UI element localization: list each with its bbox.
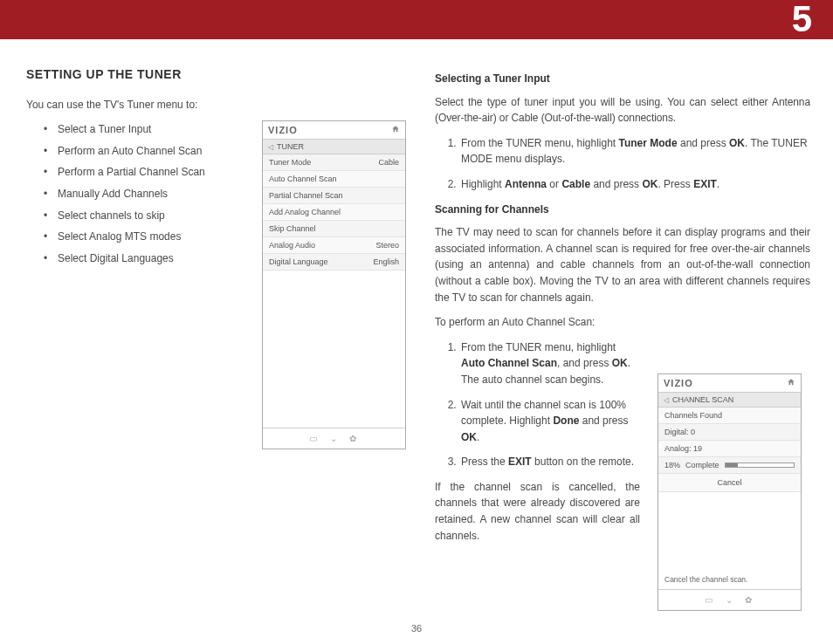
- row-channels-found: Channels Found: [658, 408, 801, 424]
- osd-blank-area: [263, 271, 405, 428]
- menu-row-tuner-mode[interactable]: Tuner ModeCable: [263, 154, 405, 171]
- osd-footer-icons: ▭ ⌄ ✿: [263, 428, 405, 449]
- step-item: Wait until the channel scan is 100% comp…: [459, 397, 640, 446]
- paragraph: To perform an Auto Channel Scan:: [435, 314, 810, 331]
- steps-column: From the TUNER menu, highlight Auto Chan…: [435, 339, 640, 553]
- section-title: SETTING UP THE TUNER: [26, 65, 402, 85]
- steps-list: From the TUNER menu, highlight Tuner Mod…: [435, 135, 810, 193]
- osd-breadcrumb[interactable]: ◁ TUNER: [263, 140, 405, 154]
- row-progress: 18% Complete: [658, 457, 801, 474]
- vizio-logo: VIZIO: [268, 125, 298, 135]
- osd-channel-scan: VIZIO ◁ CHANNEL SCAN Channels Found Digi…: [657, 373, 802, 611]
- chapter-number: 5: [792, 0, 812, 40]
- menu-row-skip-channel[interactable]: Skip Channel: [263, 221, 405, 237]
- paragraph: Select the type of tuner input you will …: [435, 94, 810, 127]
- progress-label: Complete: [685, 461, 719, 469]
- back-arrow-icon: ◁: [268, 143, 273, 151]
- settings-icon[interactable]: ✿: [745, 595, 754, 605]
- cancel-button[interactable]: Cancel: [658, 474, 801, 492]
- step-item: Highlight Antenna or Cable and press OK.…: [459, 176, 810, 193]
- down-icon[interactable]: ⌄: [330, 434, 340, 443]
- chapter-header: 5: [0, 0, 833, 39]
- menu-row-auto-scan[interactable]: Auto Channel Scan: [263, 171, 405, 188]
- wide-icon[interactable]: ▭: [309, 434, 320, 443]
- progress-percent: 18%: [664, 461, 680, 469]
- breadcrumb-label: TUNER: [277, 142, 304, 151]
- menu-row-analog-audio[interactable]: Analog AudioStereo: [263, 237, 405, 254]
- step-item: From the TUNER menu, highlight Auto Chan…: [459, 339, 640, 388]
- step-item: Press the EXIT button on the remote.: [459, 454, 640, 470]
- osd-tuner-menu: VIZIO ◁ TUNER Tuner ModeCable Auto Chann…: [262, 120, 406, 449]
- steps-list: From the TUNER menu, highlight Auto Chan…: [435, 339, 640, 470]
- intro-text: You can use the TV's Tuner menu to:: [26, 97, 402, 113]
- wide-icon[interactable]: ▭: [705, 595, 715, 605]
- osd-breadcrumb[interactable]: ◁ CHANNEL SCAN: [658, 393, 801, 408]
- row-digital-count: Digital: 0: [658, 424, 801, 441]
- osd-blank-area: [658, 492, 801, 566]
- vizio-logo: VIZIO: [664, 378, 693, 388]
- breadcrumb-label: CHANNEL SCAN: [672, 395, 733, 404]
- subheading: Selecting a Tuner Input: [435, 71, 810, 87]
- row-analog-count: Analog: 19: [658, 441, 801, 457]
- osd-header: VIZIO: [658, 374, 801, 393]
- progress-fill: [726, 463, 738, 467]
- menu-row-partial-scan[interactable]: Partial Channel Scan: [263, 188, 405, 204]
- progress-bar: [725, 462, 795, 468]
- help-text: Cancel the channel scan.: [658, 566, 801, 589]
- home-icon[interactable]: [391, 125, 400, 135]
- paragraph: If the channel scan is cancelled, the ch…: [435, 479, 640, 544]
- down-icon[interactable]: ⌄: [726, 595, 735, 605]
- step-item: From the TUNER menu, highlight Tuner Mod…: [459, 135, 810, 168]
- back-arrow-icon: ◁: [664, 396, 669, 404]
- menu-row-digital-lang[interactable]: Digital LanguageEnglish: [263, 254, 405, 271]
- page-number: 36: [0, 623, 833, 634]
- home-icon[interactable]: [787, 378, 795, 388]
- settings-icon[interactable]: ✿: [349, 434, 359, 443]
- menu-row-add-analog[interactable]: Add Analog Channel: [263, 204, 405, 221]
- paragraph: The TV may need to scan for channels bef…: [435, 224, 810, 305]
- osd-header: VIZIO: [263, 121, 405, 140]
- subheading: Scanning for Channels: [435, 202, 810, 218]
- osd-footer-icons: ▭ ⌄ ✿: [658, 589, 801, 610]
